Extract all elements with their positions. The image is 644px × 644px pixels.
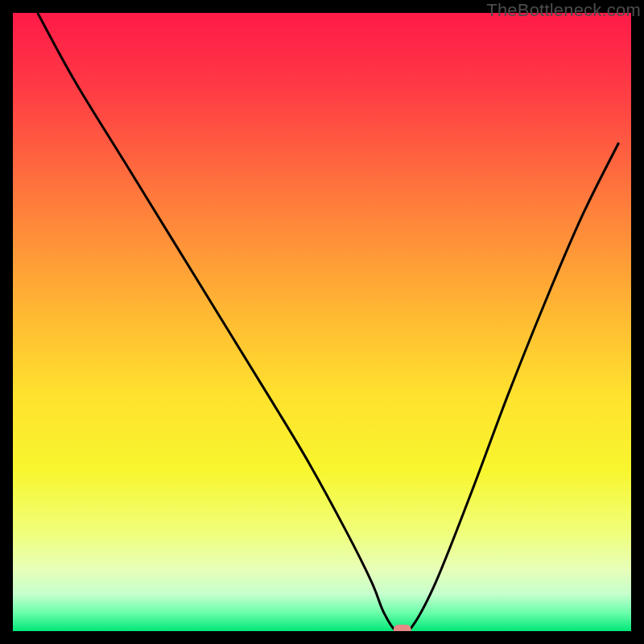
bottleneck-curve: [38, 13, 619, 631]
chart-frame: TheBottleneck.com: [0, 0, 644, 644]
plot-area: [13, 13, 631, 631]
watermark-text: TheBottleneck.com: [486, 0, 641, 21]
curve-layer: [13, 13, 631, 631]
optimal-marker: [394, 625, 411, 631]
